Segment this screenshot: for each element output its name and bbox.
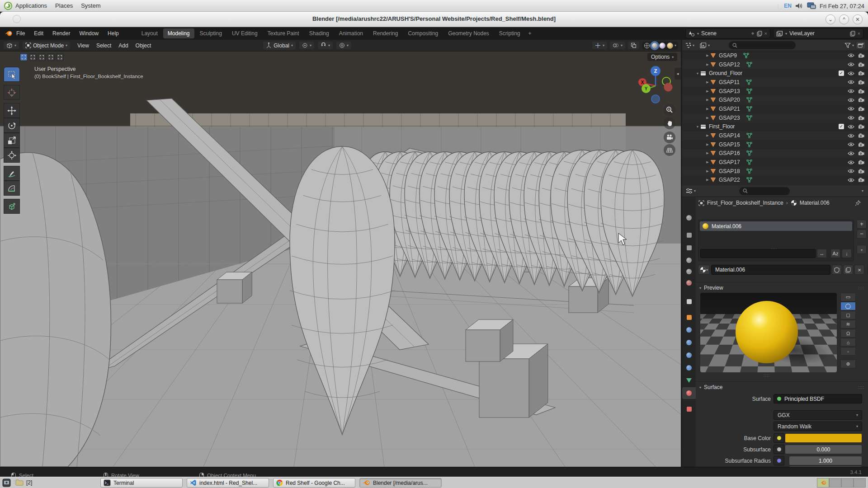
- outliner-filter-button[interactable]: ▾: [844, 42, 854, 48]
- workspace-tab-texture-paint[interactable]: Texture Paint: [263, 28, 304, 38]
- display-icon[interactable]: [807, 2, 816, 9]
- wireframe-shading-icon[interactable]: [644, 42, 650, 49]
- properties-tab-physics[interactable]: [682, 349, 696, 361]
- disable-render-icon[interactable]: [858, 106, 864, 112]
- remove-slot-button[interactable]: −: [857, 230, 867, 239]
- rendered-shading-icon[interactable]: [667, 42, 673, 49]
- preview-mode-flat[interactable]: ▭: [840, 293, 856, 301]
- hide-eye-icon[interactable]: [848, 62, 854, 67]
- hide-eye-icon[interactable]: [848, 71, 854, 76]
- preview-mode-cube[interactable]: ◻: [840, 311, 856, 319]
- select-mode-intersect[interactable]: [56, 53, 64, 61]
- select-mode-subtract[interactable]: [38, 53, 46, 61]
- hide-eye-icon[interactable]: [848, 133, 854, 138]
- disable-render-icon[interactable]: [858, 80, 864, 85]
- volume-icon[interactable]: [795, 2, 803, 9]
- disable-render-icon[interactable]: [858, 142, 864, 147]
- properties-tab-object[interactable]: [682, 311, 696, 323]
- overlays-dropdown[interactable]: ▾: [610, 42, 625, 49]
- workspace-tab-compositing[interactable]: Compositing: [403, 28, 443, 38]
- window-group-count[interactable]: [2]: [26, 479, 32, 486]
- snap-toggle[interactable]: ▾: [318, 42, 333, 49]
- outliner-row-object[interactable]: ▶ GSAP9: [682, 51, 868, 60]
- properties-tab-particles[interactable]: [682, 337, 696, 348]
- taskbar-window-vscode[interactable]: index.html - Red_Shel...: [187, 478, 269, 488]
- select-mode-extend[interactable]: [29, 53, 37, 61]
- tool-transform[interactable]: [4, 148, 20, 163]
- material-shading-icon[interactable]: [659, 42, 665, 49]
- outliner-row-object[interactable]: ▶ GSAP17: [682, 158, 868, 167]
- workspace-3[interactable]: [841, 478, 854, 488]
- workspace-tab-rendering[interactable]: Rendering: [368, 28, 402, 38]
- disable-render-icon[interactable]: [858, 70, 864, 76]
- hide-eye-icon[interactable]: [848, 106, 854, 111]
- sort-reverse-button[interactable]: ↓: [842, 249, 852, 258]
- preview-mode-fluid[interactable]: ◦: [840, 347, 856, 356]
- outliner-row-object[interactable]: ▶ GSAP13: [682, 87, 868, 96]
- properties-tab-tool[interactable]: [682, 212, 696, 224]
- outliner-display-mode-button[interactable]: ▾: [700, 42, 710, 48]
- hide-eye-icon[interactable]: [848, 115, 854, 120]
- sidebar-collapse-tab[interactable]: ◂: [675, 68, 681, 80]
- disable-render-icon[interactable]: [858, 169, 864, 174]
- 3d-viewport-scene[interactable]: [0, 52, 681, 467]
- hide-eye-icon[interactable]: [848, 53, 854, 58]
- perspective-toggle-icon[interactable]: [664, 144, 675, 156]
- expand-arrow-icon[interactable]: ▶: [705, 89, 710, 93]
- viewport-menu-add[interactable]: Add: [118, 42, 128, 49]
- pin-icon[interactable]: ⌖: [751, 30, 755, 37]
- menu-render[interactable]: Render: [52, 30, 70, 37]
- proportional-editing-toggle[interactable]: ▾: [336, 42, 351, 49]
- workspace-tab-uv-editing[interactable]: UV Editing: [227, 28, 262, 38]
- scene-selector[interactable]: ▾ Scene ⌖ ×: [685, 28, 770, 38]
- pivot-point-dropdown[interactable]: ▾: [299, 42, 314, 49]
- viewlayer-selector[interactable]: ▾ ViewLayer ×: [773, 28, 863, 38]
- keyboard-layout-indicator[interactable]: EN: [784, 3, 792, 9]
- disable-render-icon[interactable]: [858, 150, 864, 156]
- clock[interactable]: Fri Feb 27, 07:24: [820, 3, 864, 9]
- expand-arrow-icon[interactable]: ▶: [705, 80, 710, 84]
- expand-arrow-icon[interactable]: ▼: [695, 125, 700, 128]
- tool-add-cube[interactable]: [4, 199, 20, 214]
- properties-tab-output[interactable]: [682, 242, 696, 253]
- viewport-menu-object[interactable]: Object: [136, 42, 151, 49]
- unlink-scene-icon[interactable]: ×: [764, 31, 767, 36]
- add-workspace-button[interactable]: +: [526, 30, 534, 37]
- subsurface-radius-x[interactable]: 1.000: [789, 456, 862, 465]
- breadcrumb-object[interactable]: First_Floor_Bookshelf_Instance: [707, 200, 783, 206]
- select-mode-set[interactable]: [20, 53, 28, 61]
- new-scene-icon[interactable]: [757, 31, 762, 37]
- disable-render-icon[interactable]: [858, 133, 864, 138]
- surface-shader-field[interactable]: Principled BSDF: [774, 394, 862, 404]
- disable-render-icon[interactable]: [858, 53, 864, 58]
- preview-mode-shaderball[interactable]: Ω: [840, 329, 856, 338]
- menu-file[interactable]: File: [16, 30, 25, 37]
- disable-render-icon[interactable]: [858, 89, 864, 94]
- expand-arrow-icon[interactable]: ▶: [705, 63, 710, 66]
- workspace-4[interactable]: [854, 478, 866, 488]
- subsurface-socket[interactable]: [774, 445, 784, 454]
- remove-viewlayer-icon[interactable]: ×: [858, 31, 860, 36]
- disable-render-icon[interactable]: [858, 62, 864, 67]
- outliner-editor-type-button[interactable]: ▾: [685, 42, 694, 48]
- subsurface-value-field[interactable]: 0.000: [785, 445, 862, 454]
- outliner-row-object[interactable]: ▶ GSAP21: [682, 104, 868, 113]
- workspace-tab-sculpting[interactable]: Sculpting: [195, 28, 226, 38]
- workspace-tab-animation[interactable]: Animation: [335, 28, 368, 38]
- base-color-swatch[interactable]: [785, 433, 862, 443]
- outliner-row-object[interactable]: ▶ GSAP11: [682, 78, 868, 87]
- properties-tab-collection[interactable]: [682, 296, 696, 307]
- expand-arrow-icon[interactable]: ▶: [705, 116, 710, 120]
- new-collection-button[interactable]: [856, 41, 866, 49]
- mode-dropdown[interactable]: Object Mode ▾: [23, 42, 70, 50]
- sort-alpha-button[interactable]: Az: [830, 249, 840, 258]
- properties-tab-constraints[interactable]: [682, 362, 696, 374]
- close-button[interactable]: ✕: [853, 14, 863, 24]
- file-manager-icon[interactable]: [15, 479, 24, 486]
- new-material-button[interactable]: [843, 265, 853, 275]
- collection-checkbox[interactable]: ✓: [839, 70, 844, 76]
- select-mode-invert[interactable]: [47, 53, 55, 61]
- workspace-tab-modeling[interactable]: Modeling: [163, 28, 194, 38]
- properties-search-input[interactable]: [739, 187, 790, 195]
- expand-arrow-icon[interactable]: ▶: [705, 107, 710, 111]
